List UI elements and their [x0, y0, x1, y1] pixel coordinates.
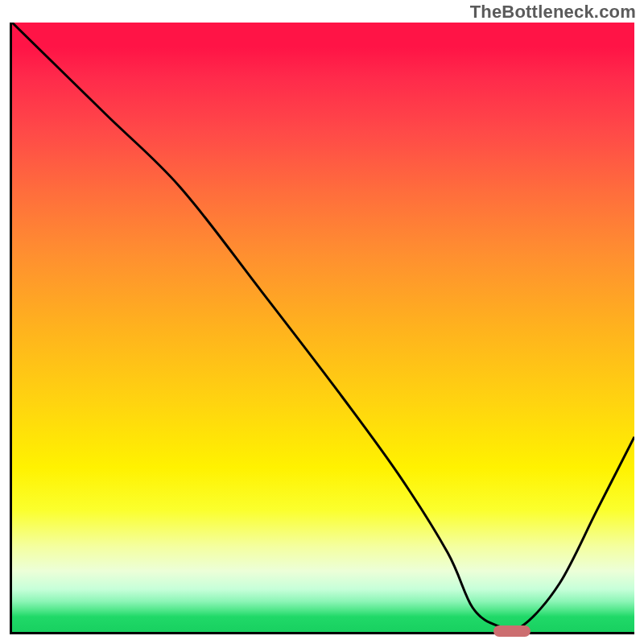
bottleneck-curve-path — [12, 23, 634, 630]
optimal-range-marker — [493, 625, 531, 637]
watermark-text: TheBottleneck.com — [470, 2, 636, 23]
plot-area — [10, 23, 634, 634]
curve-svg — [12, 23, 634, 632]
chart-container: TheBottleneck.com — [0, 0, 644, 644]
